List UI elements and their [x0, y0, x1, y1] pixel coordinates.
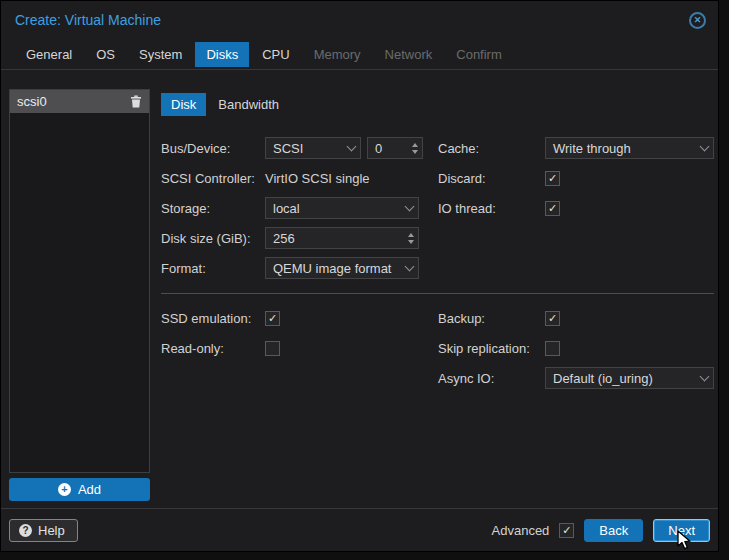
- async-io-label: Async IO:: [438, 371, 545, 386]
- chevron-down-icon: [695, 368, 713, 388]
- disk-size-value: 256: [266, 231, 403, 246]
- storage-select-value: local: [266, 201, 400, 216]
- spinner-arrows-icon[interactable]: [407, 138, 422, 158]
- chevron-down-icon: [342, 138, 360, 158]
- subtab-disk[interactable]: Disk: [161, 93, 206, 116]
- title-bar: Create: Virtual Machine ✕: [1, 1, 718, 39]
- check-icon: ✓: [562, 525, 571, 536]
- tab-bar: General OS System Disks CPU Memory Netwo…: [1, 39, 718, 70]
- back-button[interactable]: Back: [584, 519, 643, 542]
- help-icon: ?: [19, 524, 32, 537]
- format-select-value: QEMU image format: [266, 261, 400, 276]
- check-icon: ✓: [548, 203, 557, 214]
- async-io-select-value: Default (io_uring): [546, 371, 695, 386]
- io-thread-label: IO thread:: [438, 201, 545, 216]
- advanced-checkbox[interactable]: ✓: [559, 523, 574, 538]
- add-disk-label: Add: [78, 482, 101, 497]
- read-only-checkbox[interactable]: [265, 341, 280, 356]
- help-button-label: Help: [38, 523, 65, 538]
- plus-icon: +: [58, 483, 71, 496]
- footer-actions: Advanced ✓ Back Next: [492, 519, 710, 542]
- skip-replication-checkbox[interactable]: [545, 341, 560, 356]
- tab-network: Network: [374, 42, 444, 67]
- tab-memory: Memory: [303, 42, 372, 67]
- disk-list-panel: scsi0: [9, 89, 150, 473]
- next-button[interactable]: Next: [653, 519, 710, 542]
- form-advanced-right-column: Backup: ✓ Skip replication: Async IO: De…: [438, 303, 716, 393]
- close-icon[interactable]: ✕: [689, 12, 706, 29]
- help-button[interactable]: ? Help: [9, 519, 78, 542]
- form-right-column: Cache: Write through Discard: ✓ IO threa…: [438, 133, 716, 223]
- cache-label: Cache:: [438, 141, 545, 156]
- check-icon: ✓: [548, 173, 557, 184]
- disk-size-input[interactable]: 256: [265, 227, 419, 249]
- advanced-label: Advanced: [492, 523, 550, 538]
- discard-checkbox[interactable]: ✓: [545, 171, 560, 186]
- scsi-controller-value: VirtIO SCSI single: [265, 171, 370, 186]
- form-advanced-left-column: SSD emulation: ✓ Read-only:: [161, 303, 433, 363]
- trash-icon[interactable]: [130, 95, 142, 108]
- storage-label: Storage:: [161, 201, 265, 216]
- subtab-bandwidth[interactable]: Bandwidth: [208, 93, 289, 116]
- backup-label: Backup:: [438, 311, 545, 326]
- io-thread-checkbox[interactable]: ✓: [545, 201, 560, 216]
- tab-os[interactable]: OS: [85, 42, 126, 67]
- check-icon: ✓: [548, 313, 557, 324]
- scsi-controller-label: SCSI Controller:: [161, 171, 265, 186]
- create-vm-dialog: Create: Virtual Machine ✕ General OS Sys…: [0, 0, 719, 552]
- tab-system[interactable]: System: [128, 42, 193, 67]
- add-disk-button[interactable]: + Add: [9, 478, 150, 501]
- format-select[interactable]: QEMU image format: [265, 257, 419, 279]
- format-label: Format:: [161, 261, 265, 276]
- tab-cpu[interactable]: CPU: [251, 42, 300, 67]
- storage-select[interactable]: local: [265, 197, 419, 219]
- device-number-value: 0: [368, 141, 407, 156]
- spinner-arrows-icon[interactable]: [403, 228, 418, 248]
- device-number-input[interactable]: 0: [367, 137, 423, 159]
- disk-subtab-bar: Disk Bandwidth: [161, 93, 289, 116]
- ssd-emulation-label: SSD emulation:: [161, 311, 265, 326]
- disk-item-label: scsi0: [17, 94, 47, 109]
- section-divider: [161, 293, 714, 294]
- screen-background: Create: Virtual Machine ✕ General OS Sys…: [0, 0, 729, 560]
- read-only-label: Read-only:: [161, 341, 265, 356]
- cache-select[interactable]: Write through: [545, 137, 714, 159]
- bus-select[interactable]: SCSI: [265, 137, 361, 159]
- ssd-emulation-checkbox[interactable]: ✓: [265, 311, 280, 326]
- disk-list-item-scsi0[interactable]: scsi0: [10, 90, 149, 113]
- disk-size-label: Disk size (GiB):: [161, 231, 265, 246]
- tab-confirm: Confirm: [445, 42, 513, 67]
- dialog-title: Create: Virtual Machine: [15, 12, 161, 28]
- async-io-select[interactable]: Default (io_uring): [545, 367, 714, 389]
- tab-general[interactable]: General: [15, 42, 83, 67]
- bus-select-value: SCSI: [266, 141, 342, 156]
- bus-device-label: Bus/Device:: [161, 141, 265, 156]
- discard-label: Discard:: [438, 171, 545, 186]
- skip-replication-label: Skip replication:: [438, 341, 545, 356]
- cache-select-value: Write through: [546, 141, 695, 156]
- tab-disks[interactable]: Disks: [195, 42, 249, 67]
- chevron-down-icon: [695, 138, 713, 158]
- form-left-column: Bus/Device: SCSI 0 SCSI Controller: Virt…: [161, 133, 433, 283]
- chevron-down-icon: [400, 258, 418, 278]
- backup-checkbox[interactable]: ✓: [545, 311, 560, 326]
- dialog-footer: ? Help Advanced ✓ Back Next: [1, 508, 718, 551]
- chevron-down-icon: [400, 198, 418, 218]
- check-icon: ✓: [268, 313, 277, 324]
